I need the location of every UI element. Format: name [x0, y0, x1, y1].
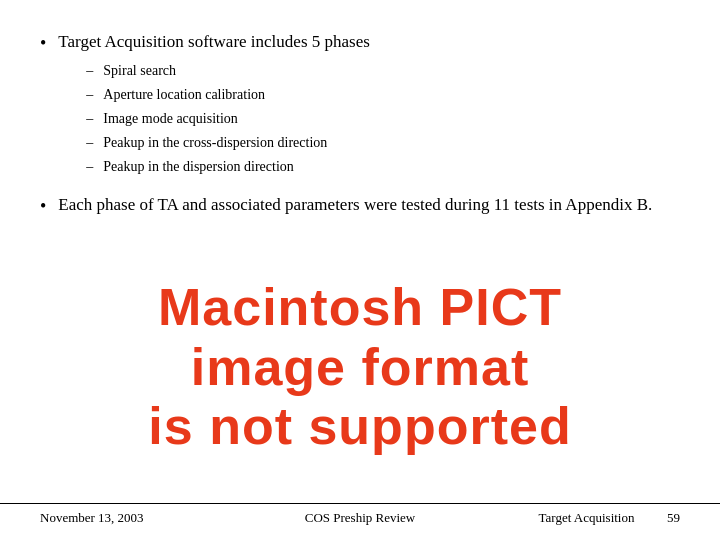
sub-dash-1: – — [86, 60, 93, 81]
sub-text-4: Peakup in the cross-dispersion direction — [103, 132, 327, 153]
footer-title: COS Preship Review — [253, 510, 466, 526]
sub-text-1: Spiral search — [103, 60, 176, 81]
sub-item-1: – Spiral search — [86, 60, 370, 81]
slide-container: • Target Acquisition software includes 5… — [0, 0, 720, 540]
sub-dash-3: – — [86, 108, 93, 129]
sub-item-4: – Peakup in the cross-dispersion directi… — [86, 132, 370, 153]
pict-line-1: Macintosh PICT — [148, 278, 571, 338]
bullet-2: • Each phase of TA and associated parame… — [40, 193, 680, 219]
footer-section-text: Target Acquisition — [539, 510, 635, 525]
bullet-1: • Target Acquisition software includes 5… — [40, 30, 680, 177]
pict-placeholder: Macintosh PICT image format is not suppo… — [40, 245, 680, 490]
footer-date: November 13, 2003 — [40, 510, 253, 526]
pict-line-3: is not supported — [148, 397, 571, 457]
sub-item-3: – Image mode acquisition — [86, 108, 370, 129]
sub-dash-4: – — [86, 132, 93, 153]
footer-section: Target Acquisition 59 — [467, 510, 680, 526]
sub-item-2: – Aperture location calibration — [86, 84, 370, 105]
sub-item-5: – Peakup in the dispersion direction — [86, 156, 370, 177]
sub-text-5: Peakup in the dispersion direction — [103, 156, 294, 177]
sub-dash-2: – — [86, 84, 93, 105]
sub-list-1: – Spiral search – Aperture location cali… — [86, 60, 370, 177]
footer-page-number: 59 — [667, 510, 680, 525]
bullet-dot-1: • — [40, 31, 46, 56]
bullet-dot-2: • — [40, 194, 46, 219]
sub-dash-5: – — [86, 156, 93, 177]
bullet-2-text: Each phase of TA and associated paramete… — [58, 193, 652, 217]
bullet-1-text: Target Acquisition software includes 5 p… — [58, 32, 370, 51]
content-area: • Target Acquisition software includes 5… — [40, 30, 680, 490]
sub-text-2: Aperture location calibration — [103, 84, 265, 105]
slide-footer: November 13, 2003 COS Preship Review Tar… — [0, 503, 720, 526]
pict-line-2: image format — [148, 338, 571, 398]
pict-unsupported-text: Macintosh PICT image format is not suppo… — [148, 278, 571, 457]
bullet-1-content: Target Acquisition software includes 5 p… — [58, 30, 370, 177]
sub-text-3: Image mode acquisition — [103, 108, 238, 129]
